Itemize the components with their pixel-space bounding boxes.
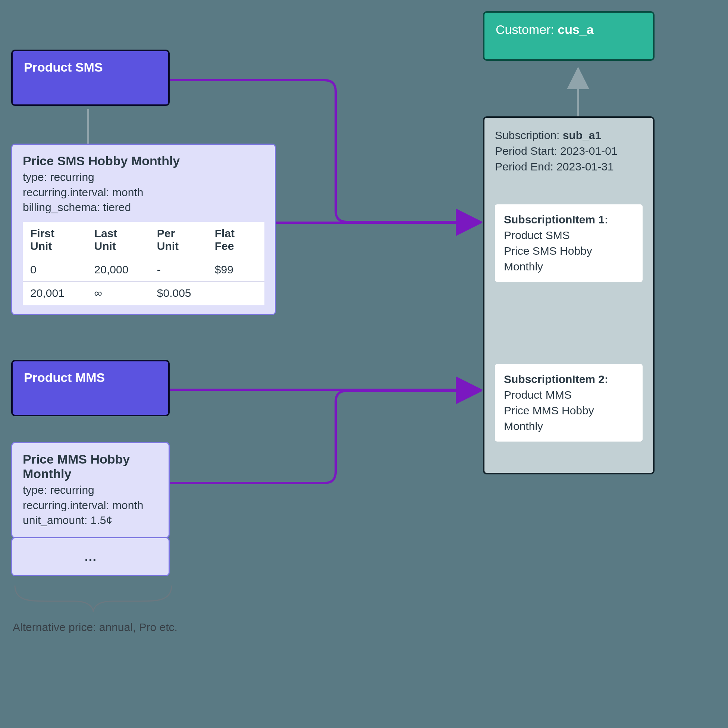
price-mms-box: Price MMS Hobby Monthly type: recurring … [11,442,170,538]
price-sms-interval: recurring.interval: month [23,185,265,200]
sub-item-line: Product MMS [504,387,634,403]
product-mms-title: Product MMS [24,370,105,384]
price-sms-type: type: recurring [23,170,265,185]
sub-item-line: Price SMS Hobby Monthly [504,243,634,274]
product-mms-box: Product MMS [11,360,170,416]
price-mms-title: Price MMS Hobby Monthly [23,452,158,481]
tier-row: 0 20,000 - $99 [23,258,265,281]
alt-price-note: Alternative price: annual, Pro etc. [11,621,179,634]
price-ellipsis-box: … [11,537,170,576]
price-mms-interval: recurring.interval: month [23,498,158,513]
subscription-item-1: SubscriptionItem 1: Product SMS Price SM… [495,204,642,282]
sub-item-line: Price MMS Hobby Monthly [504,403,634,434]
col-last: Last Unit [87,222,150,258]
product-sms-box: Product SMS [11,50,170,106]
col-flat: Flat Fee [207,222,265,258]
price-sms-tier-table: First Unit Last Unit Per Unit Flat Fee 0… [23,222,265,305]
product-sms-title: Product SMS [24,60,103,74]
subscription-box: Subscription: sub_a1 Period Start: 2023-… [483,116,655,474]
col-per: Per Unit [150,222,207,258]
sub-item-line: Product SMS [504,228,634,243]
price-sms-title: Price SMS Hobby Monthly [23,154,265,168]
customer-id: cus_a [558,22,593,37]
subscription-end: Period End: 2023-01-31 [495,159,642,174]
customer-label: Customer: [496,22,554,37]
subscription-item-2: SubscriptionItem 2: Product MMS Price MM… [495,364,642,442]
sub-item-header: SubscriptionItem 1: [504,212,634,228]
subscription-id-line: Subscription: sub_a1 [495,127,642,143]
col-first: First Unit [23,222,87,258]
price-mms-amount: unit_amount: 1.5¢ [23,513,158,528]
price-sms-schema: billing_schema: tiered [23,200,265,215]
tier-row: 20,001 ∞ $0.005 [23,281,265,305]
customer-box: Customer: cus_a [483,11,655,61]
price-mms-type: type: recurring [23,483,158,498]
subscription-start: Period Start: 2023-01-01 [495,143,642,159]
sub-item-header: SubscriptionItem 2: [504,372,634,387]
price-sms-box: Price SMS Hobby Monthly type: recurring … [11,144,276,315]
